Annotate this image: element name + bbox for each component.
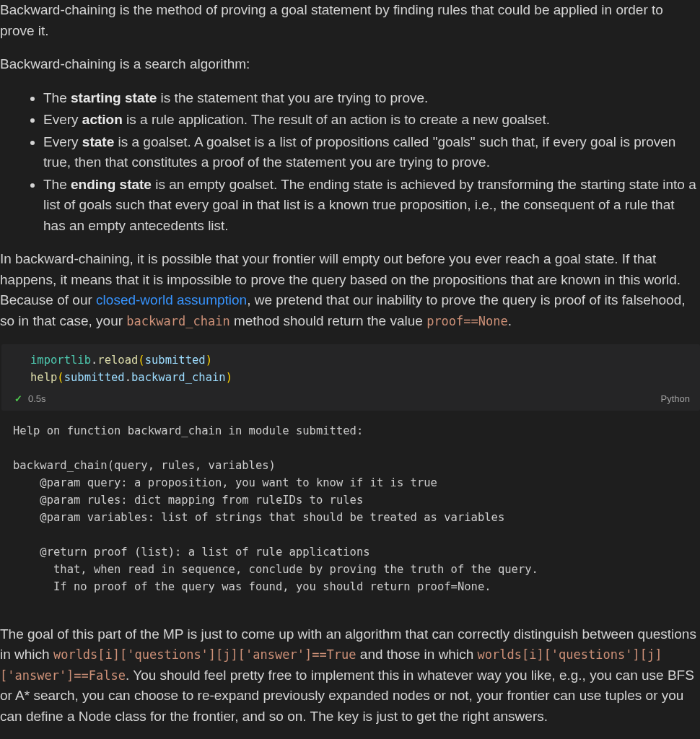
strong-text: action — [82, 112, 123, 127]
code-cell[interactable]: importlib.reload(submitted) help(submitt… — [1, 344, 700, 411]
list-item: The starting state is the statement that… — [43, 88, 700, 109]
execution-time: 0.5s — [28, 392, 46, 406]
goal-paragraph: The goal of this part of the MP is just … — [0, 624, 700, 727]
kernel-label[interactable]: Python — [661, 392, 690, 406]
cell-output: Help on function backward_chain in modul… — [0, 416, 700, 595]
closed-world-assumption-link[interactable]: closed-world assumption — [96, 292, 247, 307]
list-item: Every state is a goalset. A goalset is a… — [43, 132, 700, 173]
strong-text: starting state — [71, 90, 157, 105]
list-item: The ending state is an empty goalset. Th… — [43, 175, 700, 237]
code-cell-content[interactable]: importlib.reload(submitted) help(submitt… — [1, 344, 700, 389]
inline-code: worlds[i]['questions'][j]['answer']==Tru… — [53, 647, 356, 662]
intro-paragraph-1: Backward-chaining is the method of provi… — [0, 0, 700, 41]
list-item: Every action is a rule application. The … — [43, 110, 700, 131]
strong-text: state — [82, 134, 114, 149]
prose-body: Backward-chaining is the method of provi… — [0, 0, 700, 331]
closed-world-paragraph: In backward-chaining, it is possible tha… — [0, 249, 700, 331]
success-check-icon: ✓ — [14, 392, 22, 406]
cell-status-bar: ✓ 0.5s Python — [1, 389, 700, 411]
tail-paragraph: The goal of this part of the MP is just … — [0, 624, 700, 727]
inline-code: proof==None — [426, 314, 508, 328]
search-algorithm-list: The starting state is the statement that… — [0, 88, 700, 237]
intro-paragraph-2: Backward-chaining is a search algorithm: — [0, 54, 700, 75]
strong-text: ending state — [71, 177, 152, 192]
inline-code: backward_chain — [126, 314, 229, 328]
